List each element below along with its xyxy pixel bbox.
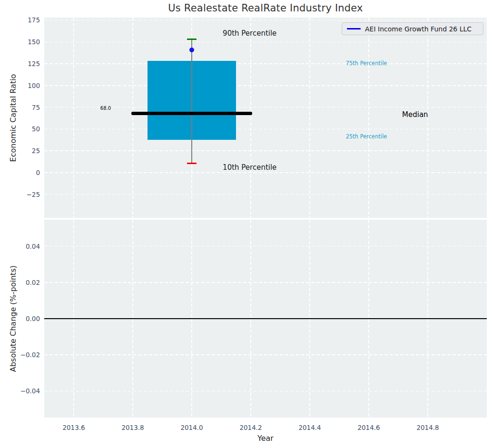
fund-data-point — [189, 48, 194, 52]
annotation-75th-percentile: 75th Percentile — [346, 60, 387, 67]
cap-90th-percentile — [187, 39, 197, 40]
bottom-y-tick-label: −0.02 — [0, 351, 40, 359]
annotation-68-0: 68.0 — [100, 106, 111, 111]
x-tick-label: 2014.2 — [239, 424, 262, 431]
gridline-horizontal — [44, 150, 487, 151]
gridline-horizontal — [44, 20, 487, 21]
top-y-tick-label: 50 — [0, 125, 40, 133]
whisker-line — [191, 39, 192, 164]
gridline-horizontal — [44, 172, 487, 173]
median-line — [131, 112, 252, 115]
chart-title: Us Realestate RealRate Industry Index — [44, 2, 487, 14]
top-y-axis-label: Economic Capital Ratio — [9, 16, 18, 220]
top-y-tick-label: 175 — [0, 16, 40, 24]
top-y-tick-label: 75 — [0, 103, 40, 112]
gridline-horizontal — [44, 42, 487, 43]
top-y-tick-label: 25 — [0, 146, 40, 155]
gridline-horizontal — [44, 129, 487, 130]
annotation-10th-percentile: 10th Percentile — [223, 163, 276, 172]
top-y-tick-label: 150 — [0, 38, 40, 46]
gridline-horizontal — [44, 63, 487, 64]
x-tick-label: 2014.4 — [298, 424, 321, 431]
gridline-vertical — [73, 18, 74, 218]
gridline-horizontal — [44, 354, 487, 355]
bottom-y-tick-label: 0.00 — [0, 314, 40, 323]
x-tick-label: 2014.6 — [357, 424, 380, 431]
gridline-vertical — [368, 18, 369, 218]
bottom-y-tick-label: 0.04 — [0, 242, 40, 251]
gridline-horizontal — [44, 391, 487, 392]
gridline-vertical — [250, 18, 251, 218]
legend-line-sample — [347, 28, 361, 29]
bottom-plot-area — [44, 220, 487, 418]
legend-label: AEI Income Growth Fund 26 LLC — [365, 25, 472, 33]
top-y-tick-label: −25 — [0, 190, 40, 199]
gridline-vertical — [309, 18, 310, 218]
gridline-horizontal — [44, 282, 487, 283]
top-y-tick-label: 100 — [0, 81, 40, 90]
x-tick-label: 2013.6 — [62, 424, 85, 431]
gridline-horizontal — [44, 246, 487, 247]
top-y-tick-label: 125 — [0, 59, 40, 68]
zero-line — [44, 318, 487, 319]
legend: AEI Income Growth Fund 26 LLC — [342, 22, 483, 35]
gridline-horizontal — [44, 85, 487, 86]
top-plot-area: 90th Percentile10th PercentileMedian75th… — [44, 18, 487, 218]
gridline-horizontal — [44, 194, 487, 195]
figure: Us Realestate RealRate Industry Index 90… — [0, 0, 492, 448]
bottom-y-tick-label: −0.04 — [0, 387, 40, 395]
top-y-tick-label: 0 — [0, 168, 40, 177]
annotation-90th-percentile: 90th Percentile — [223, 29, 276, 38]
x-tick-label: 2014.8 — [416, 424, 439, 431]
cap-10th-percentile — [187, 163, 197, 164]
x-tick-label: 2013.8 — [121, 424, 144, 431]
bottom-y-tick-label: 0.02 — [0, 278, 40, 287]
x-axis-label: Year — [44, 434, 487, 443]
annotation-median: Median — [402, 110, 428, 119]
gridline-vertical — [132, 18, 133, 218]
x-tick-label: 2014.0 — [180, 424, 203, 431]
annotation-25th-percentile: 25th Percentile — [346, 133, 387, 140]
